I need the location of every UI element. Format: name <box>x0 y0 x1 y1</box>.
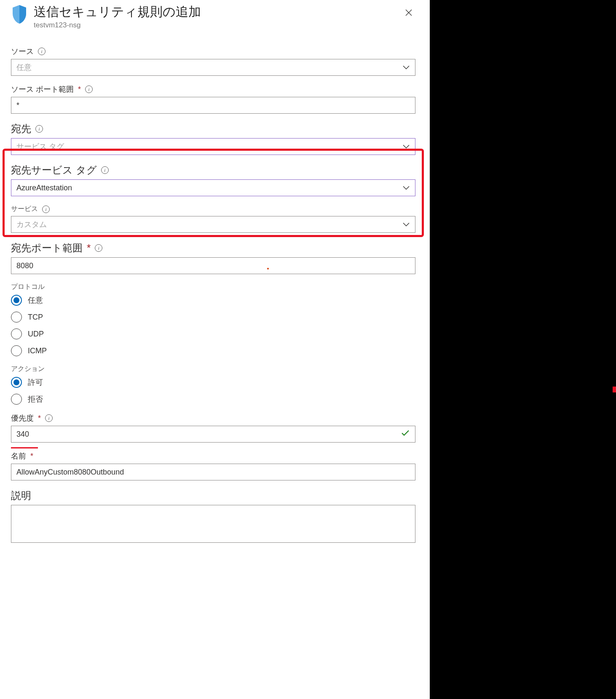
annotation-red-dot <box>267 268 269 269</box>
label-description: 説明 <box>11 489 419 502</box>
input-field[interactable] <box>16 97 400 113</box>
radio-group-protocol: 任意 TCP UDP ICMP <box>11 295 419 356</box>
radio-indicator <box>11 377 22 388</box>
label-text: 宛先 <box>11 122 31 136</box>
label-action: アクション <box>11 365 419 374</box>
field-source: ソース i 任意 <box>11 46 419 76</box>
field-dest-port-range: 宛先ポート範囲 * i <box>11 241 419 274</box>
input-field[interactable] <box>16 464 400 480</box>
required-indicator: * <box>38 414 41 423</box>
radio-action-allow[interactable]: 許可 <box>11 377 419 388</box>
field-action: アクション 許可 拒否 <box>11 365 419 405</box>
radio-group-action: 許可 拒否 <box>11 377 419 405</box>
radio-label: ICMP <box>28 347 47 355</box>
label-text: サービス <box>11 205 38 213</box>
chevron-down-icon <box>402 220 410 229</box>
radio-label: 拒否 <box>28 394 43 404</box>
radio-protocol-udp[interactable]: UDP <box>11 328 419 339</box>
radio-action-deny[interactable]: 拒否 <box>11 394 419 405</box>
label-dest-port-range: 宛先ポート範囲 * i <box>11 241 419 255</box>
field-service: サービス i カスタム <box>11 205 419 233</box>
field-priority: 優先度 * i <box>11 413 419 443</box>
select-value: 任意 <box>16 62 32 72</box>
annotation-underline <box>11 447 38 448</box>
panel-header: 送信セキュリティ規則の追加 testvm123-nsg <box>11 4 419 29</box>
label-source-port-range: ソース ポート範囲 * i <box>11 84 419 94</box>
input-source-port-range[interactable] <box>11 97 415 114</box>
checkmark-icon <box>401 430 410 439</box>
input-field[interactable] <box>16 426 400 442</box>
select-source[interactable]: 任意 <box>11 59 415 76</box>
radio-indicator <box>11 394 22 405</box>
label-text: ソース ポート範囲 <box>11 84 74 94</box>
radio-protocol-icmp[interactable]: ICMP <box>11 345 419 356</box>
input-field[interactable] <box>16 258 400 274</box>
shield-icon <box>11 4 28 24</box>
info-icon[interactable]: i <box>101 166 109 174</box>
panel-title: 送信セキュリティ規則の追加 <box>34 4 201 19</box>
label-destination: 宛先 i <box>11 122 419 136</box>
radio-label: TCP <box>28 313 43 322</box>
field-description: 説明 <box>11 489 419 543</box>
chevron-down-icon <box>402 184 410 192</box>
input-name[interactable] <box>11 464 415 480</box>
required-indicator: * <box>30 452 33 461</box>
field-source-port-range: ソース ポート範囲 * i <box>11 84 419 114</box>
radio-protocol-tcp[interactable]: TCP <box>11 312 419 323</box>
radio-indicator <box>11 312 22 323</box>
label-protocol: プロトコル <box>11 283 419 291</box>
label-text: 名前 <box>11 451 26 461</box>
radio-label: UDP <box>28 330 44 339</box>
label-service: サービス i <box>11 205 419 213</box>
panel-subtitle: testvm123-nsg <box>34 21 201 29</box>
radio-indicator <box>11 295 22 306</box>
select-value: サービス タグ <box>16 141 64 152</box>
label-text: 宛先ポート範囲 <box>11 241 83 255</box>
required-indicator: * <box>87 242 91 254</box>
field-destination: 宛先 i サービス タグ <box>11 122 419 155</box>
label-text: ソース <box>11 46 34 56</box>
info-icon[interactable]: i <box>95 244 102 252</box>
input-priority[interactable] <box>11 426 415 443</box>
chevron-down-icon <box>402 63 410 72</box>
select-value: AzureAttestation <box>16 184 72 192</box>
info-icon[interactable]: i <box>42 205 50 213</box>
label-dest-service-tag: 宛先サービス タグ i <box>11 163 419 177</box>
annotation-side-mark <box>613 387 616 392</box>
label-text: 宛先サービス タグ <box>11 163 97 177</box>
field-name: 名前 * <box>11 451 419 480</box>
add-outbound-rule-panel: 送信セキュリティ規則の追加 testvm123-nsg ソース i 任意 ソース… <box>0 0 430 699</box>
select-destination[interactable]: サービス タグ <box>11 138 415 155</box>
label-text: 優先度 <box>11 413 34 423</box>
close-icon <box>404 8 413 17</box>
select-service[interactable]: カスタム <box>11 216 415 233</box>
info-icon[interactable]: i <box>85 85 93 93</box>
label-priority: 優先度 * i <box>11 413 419 423</box>
field-dest-service-tag: 宛先サービス タグ i AzureAttestation <box>11 163 419 196</box>
input-dest-port-range[interactable] <box>11 257 415 274</box>
radio-protocol-any[interactable]: 任意 <box>11 295 419 306</box>
chevron-down-icon <box>402 142 410 151</box>
radio-label: 許可 <box>28 377 43 387</box>
radio-label: 任意 <box>28 295 43 305</box>
select-dest-service-tag[interactable]: AzureAttestation <box>11 179 415 196</box>
field-protocol: プロトコル 任意 TCP UDP ICMP <box>11 283 419 356</box>
label-source: ソース i <box>11 46 419 56</box>
info-icon[interactable]: i <box>38 48 46 55</box>
select-value: カスタム <box>16 219 47 229</box>
radio-indicator <box>11 345 22 356</box>
info-icon[interactable]: i <box>35 125 43 133</box>
label-name: 名前 * <box>11 451 419 461</box>
textarea-description[interactable] <box>11 505 415 543</box>
info-icon[interactable]: i <box>45 414 53 422</box>
textarea-field[interactable] <box>16 509 410 539</box>
required-indicator: * <box>78 85 81 94</box>
radio-indicator <box>11 328 22 339</box>
close-button[interactable] <box>403 7 415 19</box>
